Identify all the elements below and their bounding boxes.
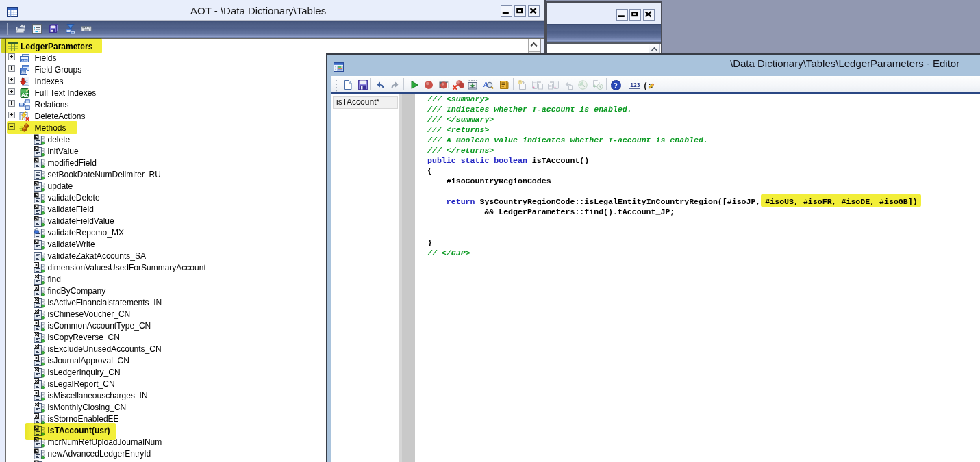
svg-text:123: 123 — [630, 81, 640, 88]
svg-text:?: ? — [614, 81, 618, 89]
